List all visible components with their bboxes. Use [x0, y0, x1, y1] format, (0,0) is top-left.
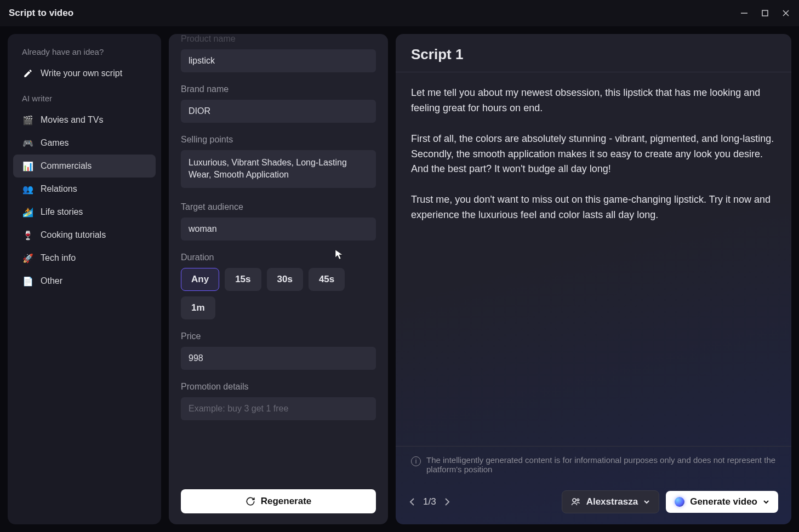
form-scroll[interactable]: Product name Brand name Selling points T…	[169, 34, 388, 480]
script-title: Script 1	[411, 46, 776, 63]
script-panel: Script 1 Let me tell you about my newest…	[396, 34, 791, 524]
sidebar-item-label: Commercials	[41, 161, 92, 171]
script-body: Let me tell you about my newest obsessio…	[396, 72, 791, 446]
duration-chip-45s[interactable]: 45s	[309, 268, 345, 291]
disclaimer-text: The intelligently generated content is f…	[426, 455, 776, 474]
cooking-tutorials-icon: 🍷	[22, 229, 34, 241]
price-label: Price	[181, 331, 376, 341]
selling-points-label: Selling points	[181, 135, 376, 145]
life-stories-icon: 🏄	[22, 206, 34, 218]
script-footer: 1/3 Alexstrasza Generate video	[396, 483, 791, 524]
product-name-input[interactable]	[181, 49, 376, 72]
maximize-icon[interactable]	[761, 9, 769, 18]
pager: 1/3	[409, 496, 450, 507]
chevron-down-icon	[763, 499, 769, 505]
relations-icon: 👥	[22, 183, 34, 195]
workspace: Already have an idea? Write your own scr…	[0, 26, 799, 532]
sidebar-item-movies-and-tvs[interactable]: 🎬Movies and TVs	[13, 108, 156, 131]
form-footer: Regenerate	[169, 480, 388, 524]
duration-chip-15s[interactable]: 15s	[225, 268, 261, 291]
brand-name-label: Brand name	[181, 84, 376, 94]
generate-label: Generate video	[690, 496, 757, 507]
mouse-cursor-icon	[335, 249, 344, 260]
sidebar-item-tech-info[interactable]: 🚀Tech info	[13, 247, 156, 270]
idea-section-label: Already have an idea?	[13, 44, 156, 62]
commercials-icon: 📊	[22, 160, 34, 172]
field-duration: Duration Any15s30s45s1m	[181, 253, 376, 319]
product-name-label: Product name	[181, 34, 376, 44]
promotion-label: Promotion details	[181, 382, 376, 392]
sidebar-item-life-stories[interactable]: 🏄Life stories	[13, 201, 156, 224]
sidebar: Already have an idea? Write your own scr…	[8, 34, 161, 524]
sidebar-item-cooking-tutorials[interactable]: 🍷Cooking tutorials	[13, 224, 156, 247]
titlebar: Script to video	[0, 0, 799, 26]
pencil-icon	[22, 67, 34, 79]
duration-chip-1m[interactable]: 1m	[181, 296, 215, 319]
user-select-button[interactable]: Alexstrasza	[562, 490, 660, 513]
window-title: Script to video	[9, 8, 73, 19]
user-icon	[571, 497, 581, 507]
tech-info-icon: 🚀	[22, 252, 34, 264]
regenerate-label: Regenerate	[261, 496, 312, 507]
page-indicator: 1/3	[423, 496, 436, 507]
regenerate-button[interactable]: Regenerate	[181, 489, 376, 513]
page-next-button[interactable]	[444, 497, 450, 507]
promotion-input[interactable]	[181, 397, 376, 420]
sidebar-item-label: Other	[41, 276, 62, 286]
script-disclaimer: i The intelligently generated content is…	[396, 446, 791, 483]
games-icon: 🎮	[22, 137, 34, 149]
sidebar-item-label: Games	[41, 138, 69, 148]
user-label: Alexstrasza	[586, 496, 638, 507]
svg-point-5	[577, 499, 579, 501]
sidebar-item-label: Cooking tutorials	[41, 230, 106, 240]
window-controls	[740, 9, 790, 18]
field-promotion: Promotion details	[181, 382, 376, 420]
movies-and-tvs-icon: 🎬	[22, 114, 34, 126]
write-own-label: Write your own script	[41, 68, 122, 78]
sidebar-item-commercials[interactable]: 📊Commercials	[13, 155, 156, 178]
ai-writer-section-label: AI writer	[13, 90, 156, 108]
selling-points-input[interactable]	[181, 150, 376, 188]
form-panel: Product name Brand name Selling points T…	[169, 34, 388, 524]
field-selling-points: Selling points	[181, 135, 376, 190]
target-audience-input[interactable]	[181, 218, 376, 241]
svg-point-4	[573, 499, 576, 502]
refresh-icon	[246, 496, 255, 506]
close-icon[interactable]	[781, 9, 790, 18]
field-price: Price	[181, 331, 376, 370]
generate-video-button[interactable]: Generate video	[666, 491, 778, 513]
field-target-audience: Target audience	[181, 202, 376, 241]
sidebar-item-label: Relations	[41, 184, 77, 194]
sidebar-item-other[interactable]: 📄Other	[13, 270, 156, 293]
write-own-script[interactable]: Write your own script	[13, 62, 156, 85]
field-product-name: Product name	[181, 34, 376, 72]
page-prev-button[interactable]	[409, 497, 415, 507]
sidebar-item-label: Life stories	[41, 207, 83, 217]
sidebar-item-label: Movies and TVs	[41, 115, 103, 125]
svg-rect-1	[762, 10, 768, 16]
orb-icon	[675, 497, 684, 507]
field-brand-name: Brand name	[181, 84, 376, 123]
minimize-icon[interactable]	[740, 9, 749, 18]
brand-name-input[interactable]	[181, 100, 376, 123]
sidebar-item-relations[interactable]: 👥Relations	[13, 178, 156, 201]
sidebar-item-games[interactable]: 🎮Games	[13, 131, 156, 155]
price-input[interactable]	[181, 347, 376, 370]
duration-chip-30s[interactable]: 30s	[267, 268, 303, 291]
target-audience-label: Target audience	[181, 202, 376, 212]
other-icon: 📄	[22, 275, 34, 287]
info-icon: i	[411, 456, 421, 466]
duration-label: Duration	[181, 253, 376, 262]
script-header: Script 1	[396, 34, 791, 72]
duration-chip-any[interactable]: Any	[181, 268, 219, 291]
duration-options: Any15s30s45s1m	[181, 268, 376, 319]
sidebar-item-label: Tech info	[41, 253, 76, 263]
chevron-down-icon	[643, 499, 650, 505]
